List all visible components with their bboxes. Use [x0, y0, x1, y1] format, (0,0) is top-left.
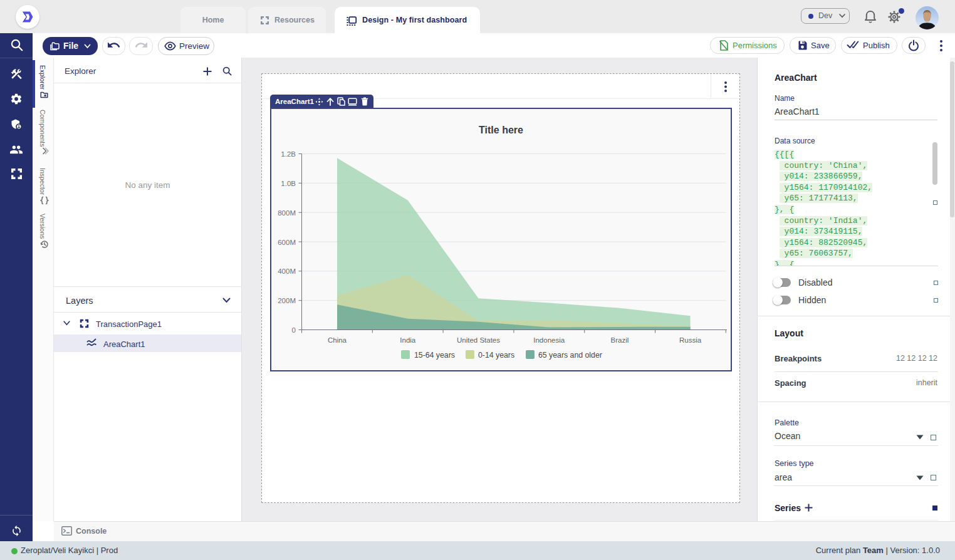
svg-text:Brazil: Brazil	[611, 336, 629, 344]
svg-text:600M: 600M	[278, 239, 296, 246]
svg-text:Russia: Russia	[679, 336, 702, 344]
svg-text:India: India	[400, 336, 416, 344]
svg-text:1.0B: 1.0B	[281, 180, 296, 187]
svg-text:0: 0	[292, 326, 296, 334]
svg-text:800M: 800M	[278, 209, 296, 217]
svg-text:65 years and older: 65 years and older	[538, 351, 602, 360]
svg-text:0-14 years: 0-14 years	[478, 351, 514, 360]
svg-text:1.2B: 1.2B	[281, 150, 296, 158]
svg-text:United States: United States	[457, 336, 500, 344]
svg-text:400M: 400M	[278, 267, 296, 275]
svg-text:Indonesia: Indonesia	[533, 336, 565, 344]
svg-text:China: China	[328, 336, 347, 344]
svg-text:200M: 200M	[278, 297, 296, 304]
svg-text:15-64 years: 15-64 years	[414, 351, 455, 360]
